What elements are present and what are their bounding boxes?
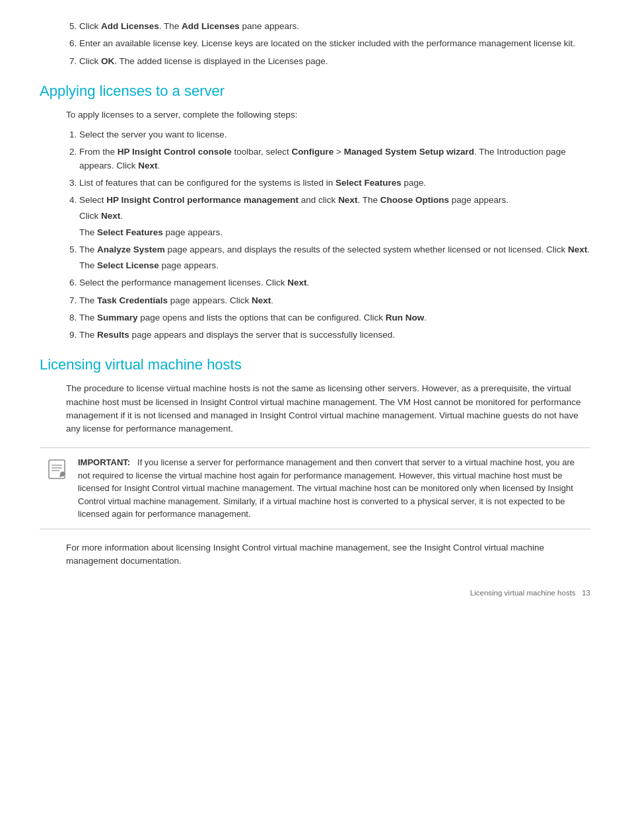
section1-intro: To apply licenses to a server, complete … — [66, 108, 590, 122]
important-note-box: IMPORTANT: If you license a server for p… — [40, 447, 590, 529]
step-item-5: Click Add Licenses. The Add Licenses pan… — [79, 20, 590, 33]
footer-label: Licensing virtual machine hosts 13 — [470, 588, 590, 599]
section1-step-9: The Results page appears and displays th… — [79, 328, 590, 342]
step-item-7: Click OK. The added license is displayed… — [79, 55, 590, 68]
note-icon — [46, 457, 70, 481]
section2-heading: Licensing virtual machine hosts — [40, 354, 590, 375]
section1-step-2: From the HP Insight Control console tool… — [79, 145, 590, 172]
section1-step-3: List of features that can be configured … — [79, 176, 590, 190]
section1-step-5: The Analyze System page appears, and dis… — [79, 243, 590, 273]
page-footer: Licensing virtual machine hosts 13 — [40, 588, 590, 599]
note-content: IMPORTANT: If you license a server for p… — [78, 456, 584, 521]
page-body: Click Add Licenses. The Add Licenses pan… — [40, 20, 590, 599]
step-item-6: Enter an available license key. License … — [79, 37, 590, 50]
section1-step-8: The Summary page opens and lists the opt… — [79, 311, 590, 325]
section1-heading: Applying licenses to a server — [40, 80, 590, 102]
section1-step-4-sub1: Click Next. — [79, 210, 590, 223]
section2-body: The procedure to license virtual machine… — [66, 382, 590, 436]
section1-step-4-sub2: The Select Features page appears. — [79, 226, 590, 239]
section1-step-5-sub1: The Select License page appears. — [79, 259, 590, 272]
prior-steps-list: Click Add Licenses. The Add Licenses pan… — [66, 20, 590, 68]
section1-step-4: Select HP Insight Control performance ma… — [79, 194, 590, 239]
important-label: IMPORTANT: — [78, 457, 130, 467]
section1-steps-list: Select the server you want to license. F… — [66, 128, 590, 342]
section1-step-6: Select the performance management licens… — [79, 276, 590, 289]
section1-step-7: The Task Credentials page appears. Click… — [79, 294, 590, 307]
section2-footer-text: For more information about licensing Ins… — [66, 541, 590, 568]
section1-step-1: Select the server you want to license. — [79, 128, 590, 141]
